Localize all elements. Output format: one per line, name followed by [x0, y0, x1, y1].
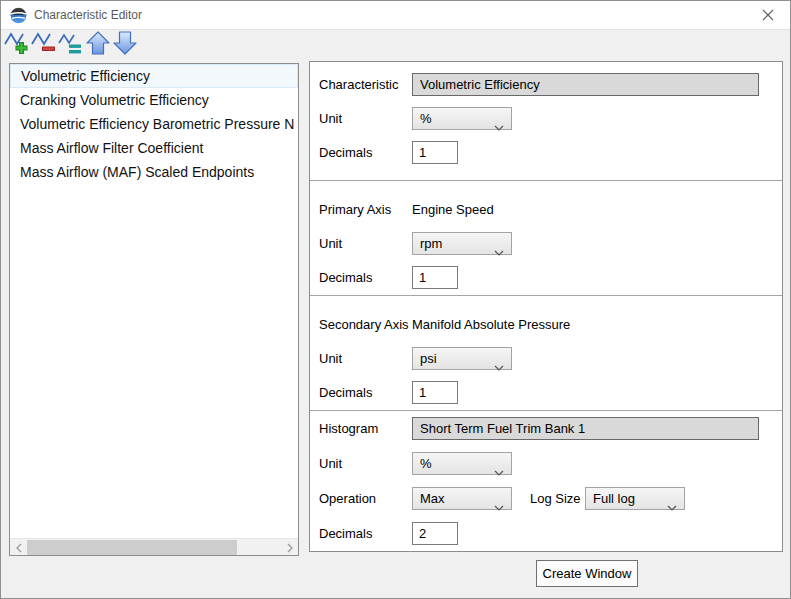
- primary-axis-unit-value: rpm: [420, 236, 442, 251]
- histogram-operation-select[interactable]: Max: [412, 487, 512, 510]
- unit-label: Unit: [319, 232, 342, 255]
- remove-curve-icon: [31, 30, 57, 60]
- secondary-axis-decimals-input[interactable]: [412, 381, 458, 404]
- toolbar: [1, 31, 790, 59]
- list-item[interactable]: Volumetric Efficiency: [10, 64, 298, 88]
- list-item[interactable]: Cranking Volumetric Efficiency: [10, 88, 298, 112]
- log-size-value: Full log: [593, 491, 635, 506]
- histogram-operation-value: Max: [420, 491, 445, 506]
- characteristic-editor-window: Characteristic Editor: [0, 0, 791, 599]
- decimals-label: Decimals: [319, 141, 372, 164]
- list-item[interactable]: Mass Airflow (MAF) Scaled Endpoints: [10, 160, 298, 184]
- scroll-left-icon[interactable]: [10, 539, 27, 556]
- primary-axis-decimals-input[interactable]: [412, 266, 458, 289]
- characteristic-decimals-input[interactable]: [412, 141, 458, 164]
- primary-axis-value: Engine Speed: [412, 198, 494, 221]
- decimals-label: Decimals: [319, 381, 372, 404]
- close-button[interactable]: [752, 1, 784, 29]
- chevron-down-icon: [494, 356, 504, 377]
- move-up-button[interactable]: [84, 32, 111, 59]
- characteristic-unit-value: %: [420, 111, 432, 126]
- secondary-axis-value: Manifold Absolute Pressure: [412, 313, 570, 336]
- histogram-decimals-input[interactable]: [412, 522, 458, 545]
- add-characteristic-button[interactable]: [3, 32, 30, 59]
- arrow-down-icon: [112, 30, 138, 60]
- characteristic-value-box: Volumetric Efficiency: [412, 73, 759, 96]
- horizontal-scrollbar[interactable]: [10, 538, 298, 555]
- characteristic-label: Characteristic: [319, 73, 398, 96]
- unit-label: Unit: [319, 347, 342, 370]
- window-title: Characteristic Editor: [34, 1, 142, 30]
- decimals-label: Decimals: [319, 266, 372, 289]
- list-item[interactable]: Volumetric Efficiency Barometric Pressur…: [10, 112, 298, 136]
- section-characteristic: Characteristic Volumetric Efficiency Uni…: [310, 62, 782, 180]
- histogram-unit-select[interactable]: %: [412, 452, 512, 475]
- log-size-label: Log Size: [530, 487, 581, 510]
- section-primary-axis: Primary Axis Engine Speed Unit rpm Decim…: [310, 180, 782, 295]
- characteristic-list: Volumetric Efficiency Cranking Volumetri…: [9, 63, 299, 556]
- chevron-down-icon: [494, 461, 504, 482]
- list-item[interactable]: Mass Airflow Filter Coefficient: [10, 136, 298, 160]
- histogram-unit-value: %: [420, 456, 432, 471]
- chevron-down-icon: [494, 116, 504, 137]
- scroll-right-icon[interactable]: [281, 539, 298, 556]
- chevron-down-icon: [667, 496, 677, 517]
- secondary-axis-unit-value: psi: [420, 351, 437, 366]
- operation-label: Operation: [319, 487, 376, 510]
- secondary-axis-unit-select[interactable]: psi: [412, 347, 512, 370]
- create-window-button[interactable]: Create Window: [536, 560, 638, 587]
- edit-characteristic-button[interactable]: [57, 32, 84, 59]
- scrollbar-thumb[interactable]: [27, 540, 237, 555]
- chevron-down-icon: [494, 241, 504, 262]
- log-size-select[interactable]: Full log: [585, 487, 685, 510]
- chevron-down-icon: [494, 496, 504, 517]
- move-down-button[interactable]: [111, 32, 138, 59]
- edit-curve-icon: [58, 30, 84, 60]
- arrow-up-icon: [85, 30, 111, 60]
- remove-characteristic-button[interactable]: [30, 32, 57, 59]
- editor-form-panel: Characteristic Volumetric Efficiency Uni…: [309, 61, 783, 552]
- decimals-label: Decimals: [319, 522, 372, 545]
- unit-label: Unit: [319, 452, 342, 475]
- histogram-value-box: Short Term Fuel Trim Bank 1: [412, 417, 759, 440]
- section-histogram: Histogram Short Term Fuel Trim Bank 1 Un…: [310, 410, 782, 552]
- add-curve-icon: [4, 30, 30, 60]
- primary-axis-unit-select[interactable]: rpm: [412, 232, 512, 255]
- characteristic-unit-select[interactable]: %: [412, 107, 512, 130]
- secondary-axis-label: Secondary Axis: [319, 313, 409, 336]
- histogram-label: Histogram: [319, 417, 378, 440]
- titlebar: Characteristic Editor: [1, 1, 790, 30]
- app-logo-icon: [10, 7, 27, 24]
- primary-axis-label: Primary Axis: [319, 198, 391, 221]
- section-secondary-axis: Secondary Axis Manifold Absolute Pressur…: [310, 295, 782, 410]
- unit-label: Unit: [319, 107, 342, 130]
